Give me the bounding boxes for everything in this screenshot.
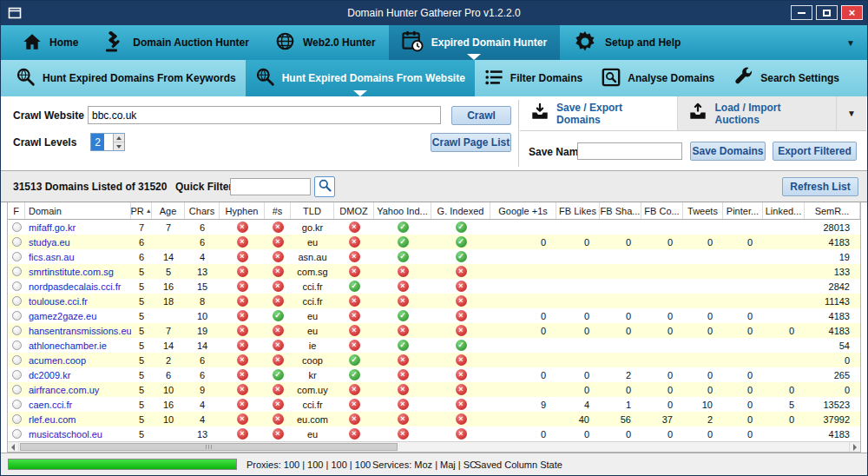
save-name-input[interactable] bbox=[577, 142, 682, 160]
column-header-tld[interactable]: TLD bbox=[291, 202, 334, 219]
column-header-chars[interactable]: Chars bbox=[185, 202, 220, 219]
cell-f[interactable] bbox=[8, 412, 25, 426]
table-row[interactable]: rlef.eu.com5104××eu.com×××40563720037992 bbox=[8, 412, 860, 426]
cell-f[interactable] bbox=[8, 397, 25, 412]
cell-domain[interactable]: athlonechamber.ie bbox=[25, 338, 131, 353]
cell-domain[interactable]: hansentransmissions.eu bbox=[25, 323, 131, 338]
cell-domain[interactable]: studya.eu bbox=[25, 235, 131, 249]
row-select-radio[interactable] bbox=[12, 400, 22, 409]
table-row[interactable]: gamez2gaze.eu510×✓eu×✓×0000004183 bbox=[8, 308, 860, 323]
cell-domain[interactable]: smrtinstitute.com.sg bbox=[25, 264, 131, 279]
column-header-age[interactable]: Age bbox=[152, 202, 185, 219]
maximize-button[interactable] bbox=[816, 5, 838, 20]
cell-f[interactable] bbox=[8, 308, 25, 323]
nav-overflow-chevron-icon[interactable]: ▼ bbox=[846, 38, 867, 48]
table-row[interactable]: mifaff.go.kr776××go.kr×✓✓28013 bbox=[8, 220, 860, 235]
cell-domain[interactable]: rlef.eu.com bbox=[25, 412, 131, 426]
cell-f[interactable] bbox=[8, 323, 25, 338]
table-row[interactable]: athlonechamber.ie51414××ie×✓✓54 bbox=[8, 338, 860, 353]
column-header-google_plus_ones[interactable]: Google +1s bbox=[490, 202, 556, 219]
table-row[interactable]: toulouse.cci.fr5188××cci.fr×××11143 bbox=[8, 294, 860, 308]
nav-item-domain-auction-hunter[interactable]: Domain Auction Hunter bbox=[91, 25, 262, 60]
cell-f[interactable] bbox=[8, 294, 25, 308]
table-row[interactable]: caen.cci.fr5164××cci.fr×××9410100513523 bbox=[8, 397, 860, 412]
subnav-item-analyse-domains[interactable]: Analyse Domains bbox=[592, 60, 724, 96]
cell-f[interactable] bbox=[8, 264, 25, 279]
row-select-radio[interactable] bbox=[12, 311, 22, 321]
row-select-radio[interactable] bbox=[12, 414, 22, 424]
column-header-tweets[interactable]: Tweets bbox=[683, 202, 723, 219]
table-row[interactable]: smrtinstitute.com.sg5513××com.sg×××133 bbox=[8, 264, 860, 279]
cell-f[interactable] bbox=[8, 382, 25, 397]
table-row[interactable]: musicatschool.eu513××eu×××0000004183 bbox=[8, 426, 860, 441]
table-row[interactable]: acumen.coop526××coop✓××0 bbox=[8, 353, 860, 367]
column-header-numbers[interactable]: #s bbox=[265, 202, 291, 219]
column-header-pr[interactable]: PR▲ bbox=[131, 202, 152, 219]
row-select-radio[interactable] bbox=[12, 340, 22, 350]
cell-f[interactable] bbox=[8, 426, 25, 441]
column-header-f[interactable]: F bbox=[8, 202, 25, 219]
crawl-button[interactable]: Crawl bbox=[451, 106, 511, 125]
crawl-page-list-button[interactable]: Crawl Page List bbox=[431, 133, 511, 152]
cell-f[interactable] bbox=[8, 220, 25, 235]
cell-domain[interactable]: caen.cci.fr bbox=[25, 397, 131, 412]
row-select-radio[interactable] bbox=[12, 429, 22, 439]
crawl-website-input[interactable] bbox=[88, 106, 441, 124]
cell-f[interactable] bbox=[8, 353, 25, 367]
cell-f[interactable] bbox=[8, 279, 25, 294]
subnav-item-hunt-from-website[interactable]: Hunt Expired Domains From Website bbox=[246, 60, 475, 96]
refresh-list-button[interactable]: Refresh List bbox=[782, 177, 858, 196]
tab-save-export-domains[interactable]: Save / Export Domains bbox=[520, 96, 678, 130]
subnav-item-filter-domains[interactable]: Filter Domains bbox=[475, 60, 592, 96]
subnav-item-hunt-from-keywords[interactable]: Hunt Expired Domains From Keywords bbox=[6, 60, 246, 96]
table-row[interactable]: dc2009.kr566×✓kr✓××002000265 bbox=[8, 367, 860, 382]
quick-filter-input[interactable] bbox=[230, 178, 311, 195]
tab-load-import-auctions[interactable]: Load / Import Auctions bbox=[678, 96, 837, 130]
column-header-pinterest[interactable]: Pinter... bbox=[723, 202, 763, 219]
table-row[interactable]: fics.asn.au6144××asn.au×✓✓19 bbox=[8, 249, 860, 264]
cell-domain[interactable]: toulouse.cci.fr bbox=[25, 294, 131, 308]
minimize-button[interactable] bbox=[791, 5, 812, 20]
horizontal-scrollbar[interactable] bbox=[8, 441, 860, 452]
column-header-dmoz[interactable]: DMOZ bbox=[334, 202, 374, 219]
row-select-radio[interactable] bbox=[12, 267, 22, 276]
row-select-radio[interactable] bbox=[12, 252, 22, 261]
column-header-fb_shares[interactable]: FB Sha... bbox=[600, 202, 641, 219]
column-header-hyphen[interactable]: Hyphen bbox=[220, 202, 265, 219]
column-header-semrush[interactable]: SemR... bbox=[805, 202, 860, 219]
cell-domain[interactable]: musicatschool.eu bbox=[25, 426, 131, 441]
cell-f[interactable] bbox=[8, 338, 25, 353]
column-header-linkedin[interactable]: Linked... bbox=[763, 202, 805, 219]
spinner-up-button[interactable] bbox=[114, 134, 124, 142]
nav-item-expired-domain-hunter[interactable]: Expired Domain Hunter bbox=[389, 25, 560, 60]
row-select-radio[interactable] bbox=[12, 370, 22, 380]
nav-item-setup-and-help[interactable]: Setup and Help bbox=[560, 25, 694, 60]
row-select-radio[interactable] bbox=[12, 355, 22, 365]
scroll-left-button[interactable] bbox=[8, 442, 19, 452]
crawl-levels-spinner[interactable]: 2 bbox=[90, 133, 125, 151]
cell-domain[interactable]: mifaff.go.kr bbox=[25, 220, 131, 235]
table-row[interactable]: airfrance.com.uy5109××com.uy×××0000000 bbox=[8, 382, 860, 397]
cell-f[interactable] bbox=[8, 367, 25, 382]
row-select-radio[interactable] bbox=[12, 222, 22, 232]
cell-domain[interactable]: fics.asn.au bbox=[25, 249, 131, 264]
subnav-item-search-settings[interactable]: Search Settings bbox=[724, 60, 849, 96]
row-select-radio[interactable] bbox=[12, 281, 22, 291]
cell-domain[interactable]: gamez2gaze.eu bbox=[25, 308, 131, 323]
scrollbar-thumb[interactable] bbox=[20, 443, 398, 451]
column-header-g_indexed[interactable]: G. Indexed bbox=[431, 202, 490, 219]
export-filtered-button[interactable]: Export Filtered bbox=[773, 142, 857, 161]
cell-f[interactable] bbox=[8, 249, 25, 264]
nav-item-web20-hunter[interactable]: Web2.0 Hunter bbox=[262, 25, 389, 60]
save-domains-button[interactable]: Save Domains bbox=[690, 142, 766, 161]
cell-f[interactable] bbox=[8, 235, 25, 249]
column-header-yahoo_indexed[interactable]: Yahoo Ind... bbox=[374, 202, 431, 219]
quick-filter-search-button[interactable] bbox=[314, 176, 335, 197]
cell-domain[interactable]: airfrance.com.uy bbox=[25, 382, 131, 397]
cell-domain[interactable]: acumen.coop bbox=[25, 353, 131, 367]
cell-domain[interactable]: nordpasdecalais.cci.fr bbox=[25, 279, 131, 294]
spinner-down-button[interactable] bbox=[114, 142, 124, 150]
close-button[interactable]: × bbox=[841, 5, 863, 20]
column-header-domain[interactable]: Domain bbox=[25, 202, 131, 219]
nav-item-home[interactable]: Home bbox=[10, 25, 91, 60]
